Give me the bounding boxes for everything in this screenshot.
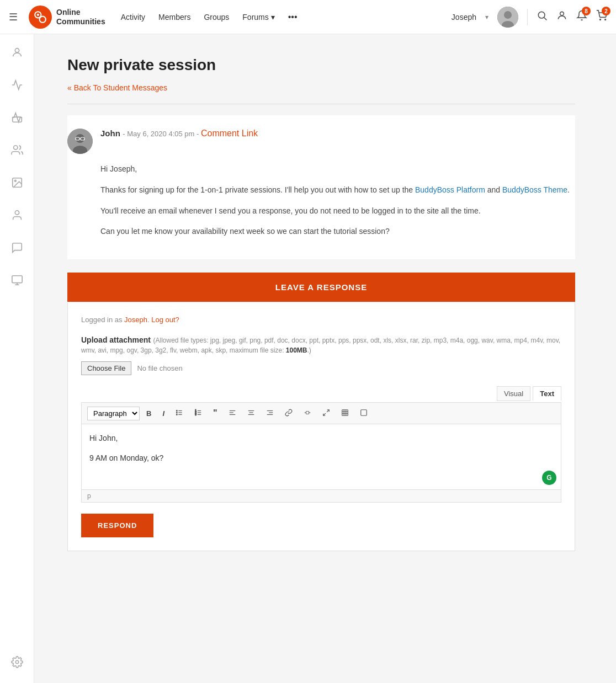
response-form: Logged in as Joseph. Log out? Upload att… xyxy=(67,302,575,551)
msg-line-1: Hi Joseph, xyxy=(100,163,575,176)
sidebar-item-inbox[interactable] xyxy=(8,108,26,130)
more-menu-icon[interactable]: ••• xyxy=(288,12,298,22)
svg-rect-17 xyxy=(12,276,22,283)
editor-content: Hi John, 9 AM on Monday, ok? xyxy=(89,432,553,465)
svg-line-7 xyxy=(544,18,547,20)
svg-rect-52 xyxy=(342,409,348,415)
svg-point-6 xyxy=(538,12,545,18)
paragraph-select[interactable]: Paragraph xyxy=(87,407,140,420)
editor-line-1: Hi John, xyxy=(89,432,553,445)
page-title: New private session xyxy=(67,56,575,74)
logged-in-status: Logged in as Joseph. Log out? xyxy=(81,316,561,324)
message-body: Hi Joseph, Thanks for signing up for the… xyxy=(100,163,575,238)
logged-in-username: Joseph xyxy=(124,316,147,324)
svg-point-2 xyxy=(37,13,39,15)
sidebar-item-friends[interactable] xyxy=(8,206,26,227)
sidebar-item-media[interactable] xyxy=(8,173,26,195)
insert-button[interactable] xyxy=(355,407,372,420)
buddyboss-theme-link[interactable]: BuddyBoss Theme xyxy=(502,185,567,194)
bold-button[interactable]: B xyxy=(142,407,156,420)
tab-text[interactable]: Text xyxy=(533,386,561,401)
cart-button[interactable]: 2 xyxy=(596,10,607,24)
user-chevron-icon: ▾ xyxy=(485,13,488,21)
back-link[interactable]: « Back To Student Messages xyxy=(67,83,167,92)
leave-response-banner: LEAVE A RESPONSE xyxy=(67,273,575,302)
align-center-button[interactable] xyxy=(243,407,259,420)
svg-text:3: 3 xyxy=(195,413,197,415)
italic-button[interactable]: I xyxy=(158,407,169,420)
user-avatar[interactable] xyxy=(497,7,518,28)
editor-line-2: 9 AM on Monday, ok? xyxy=(89,452,553,465)
cart-badge: 2 xyxy=(602,7,610,15)
respond-button[interactable]: RESPOND xyxy=(81,514,153,537)
notifications-button[interactable]: 8 xyxy=(576,10,587,24)
message-header: John - May 6, 2020 4:05 pm - Comment Lin… xyxy=(67,129,575,154)
editor-tabs: Visual Text xyxy=(81,386,561,401)
msg-line-2: Thanks for signing up for the 1-on-1 pri… xyxy=(100,184,575,197)
sidebar-item-profile[interactable] xyxy=(8,43,26,65)
message-timestamp: - May 6, 2020 4:05 pm - xyxy=(123,130,201,138)
buddyboss-platform-link[interactable]: BuddyBoss Platform xyxy=(415,185,485,194)
upload-label: Upload attachment xyxy=(81,335,151,344)
file-input-row: Choose File No file chosen xyxy=(81,361,561,375)
msg-line-4: Can you let me know your availability ne… xyxy=(100,225,575,238)
choose-file-button[interactable]: Choose File xyxy=(81,361,131,375)
message-meta: John - May 6, 2020 4:05 pm - Comment Lin… xyxy=(100,129,258,138)
logout-link[interactable]: Log out? xyxy=(151,316,179,324)
sidebar-item-admin[interactable] xyxy=(8,653,26,674)
align-left-button[interactable] xyxy=(224,407,241,420)
svg-point-32 xyxy=(176,414,177,415)
svg-line-51 xyxy=(323,413,325,415)
nav-members[interactable]: Members xyxy=(158,13,190,22)
notifications-badge: 8 xyxy=(582,7,591,15)
hamburger-menu-icon[interactable]: ☰ xyxy=(9,11,18,23)
message-author: John xyxy=(100,129,120,138)
editor-tag-label: p xyxy=(87,492,91,500)
ordered-list-button[interactable]: 123 xyxy=(190,407,206,420)
section-divider xyxy=(67,104,575,104)
brand-name: OnlineCommunities xyxy=(56,8,105,26)
sidebar-item-groups[interactable] xyxy=(8,141,26,162)
svg-point-9 xyxy=(600,19,601,20)
svg-point-20 xyxy=(15,660,19,664)
nav-forums[interactable]: Forums ▾ xyxy=(242,13,274,22)
sidebar-item-messages[interactable] xyxy=(8,238,26,260)
upload-allowed-types: (Allowed file types: jpg, jpeg, gif, png… xyxy=(81,337,560,354)
no-file-label: No file chosen xyxy=(137,364,182,372)
main-content: New private session « Back To Student Me… xyxy=(34,34,616,683)
align-right-button[interactable] xyxy=(262,407,278,420)
svg-point-16 xyxy=(15,211,19,215)
user-name-display[interactable]: Joseph xyxy=(452,13,476,22)
fullscreen-button[interactable] xyxy=(318,407,334,420)
editor-area[interactable]: Hi John, 9 AM on Monday, ok? G xyxy=(81,424,561,490)
tab-visual[interactable]: Visual xyxy=(497,386,530,401)
sidebar-item-screen[interactable] xyxy=(8,271,26,292)
svg-point-13 xyxy=(13,146,17,150)
horizontal-rule-button[interactable] xyxy=(299,407,316,420)
top-navigation: ☰ OnlineCommunities Activity Members Gro… xyxy=(0,0,616,34)
unordered-list-button[interactable] xyxy=(171,407,188,420)
search-button[interactable] xyxy=(537,10,548,24)
sidebar-item-activity[interactable] xyxy=(8,76,26,97)
grammarly-button[interactable]: G xyxy=(542,471,556,485)
nav-divider xyxy=(527,9,528,25)
nav-activity[interactable]: Activity xyxy=(121,13,145,22)
chevron-down-icon: ▾ xyxy=(271,13,275,22)
comment-link[interactable]: Comment Link xyxy=(201,129,258,138)
nav-groups[interactable]: Groups xyxy=(204,13,229,22)
link-button[interactable] xyxy=(280,407,297,420)
svg-point-11 xyxy=(15,49,19,52)
blockquote-button[interactable]: " xyxy=(209,406,222,420)
svg-point-8 xyxy=(560,12,564,15)
message-card: John - May 6, 2020 4:05 pm - Comment Lin… xyxy=(67,115,575,259)
brand-logo[interactable] xyxy=(29,6,52,29)
editor-toolbar: Paragraph B I 123 " xyxy=(81,402,561,424)
table-button[interactable] xyxy=(337,407,353,420)
profile-button[interactable] xyxy=(556,10,567,24)
author-avatar xyxy=(67,129,93,154)
msg-line-3: You'll receive an email whenever I send … xyxy=(100,205,575,218)
svg-point-15 xyxy=(14,180,16,182)
svg-rect-49 xyxy=(306,411,309,414)
upload-section: Upload attachment (Allowed file types: j… xyxy=(81,335,561,375)
svg-point-4 xyxy=(504,11,512,19)
